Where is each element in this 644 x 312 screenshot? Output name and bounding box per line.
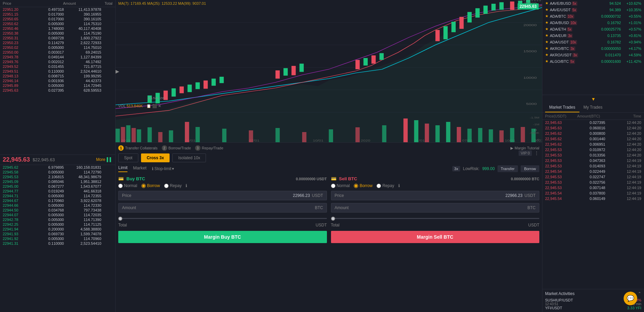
cross-tab[interactable]: Cross 3x [141,153,170,162]
ob-col-amount: Amount [39,1,76,5]
market-list-item[interactable]: ★AKRO/USDT3x0.011470+4.59% [542,52,644,58]
buy-info-icon[interactable]: ℹ [186,183,187,188]
sell-order-row[interactable]: 22945.890.005000114.72945 [0,83,115,88]
more-button[interactable]: More [96,157,105,162]
borrow-button[interactable]: Borrow [521,165,539,172]
ob-sell-total: 1,127.84399 [64,55,101,59]
buy-repay-radio[interactable]: Repay [164,183,182,188]
market-list-item[interactable]: ★ADA/BUSD10x0.16792+1.01% [542,19,644,26]
sell-price-input[interactable] [352,193,523,198]
limit-tab[interactable]: Limit [118,165,127,172]
sell-order-row[interactable]: 22946.140.00193644.42373 [0,78,115,83]
star-icon: ★ [545,33,549,38]
ob-sell-total: 114.72945 [64,84,101,88]
buy-price-input[interactable] [139,193,310,198]
sell-order-row[interactable]: 22950.380.005000114.75190 [0,31,115,36]
sell-order-row[interactable]: 22949.780.0491441,127.84399 [0,55,115,59]
ob-buy-price: 22944.77 [3,189,33,193]
chart-collapse-arrow[interactable]: ▶ [116,69,119,74]
sell-order-row[interactable]: 22950.230.1142792,622.72933 [0,40,115,45]
market-scroll-down-arrow[interactable]: ▾ [542,95,644,103]
buy-order-row[interactable]: 22941.930.0697301,599.74078 [0,232,115,236]
step-2-num: 2 [162,145,167,151]
market-tab[interactable]: Market [133,165,146,172]
buy-order-row[interactable]: 22945.626.979895160,158.01831 [0,165,115,170]
isolated-tab[interactable]: Isolated 10x [172,153,206,162]
trade-amount: 0.022449 [576,169,619,173]
step-1-link[interactable]: Transfer Collaterals [125,146,158,150]
buy-order-row[interactable]: 22944.670.1709603,922.62078 [0,198,115,203]
buy-order-row[interactable]: 22941.310.1100002,523.54410 [0,241,115,246]
step-2-link[interactable]: Borrow/Trade [169,146,191,150]
sell-repay-radio[interactable]: Repay [377,183,394,188]
buy-order-row[interactable]: 22944.500.034768797.73438 [0,208,115,213]
sell-amount-field: Amount BTC [331,203,540,213]
sell-order-row[interactable]: 22951.200.49731811,413.97878 [0,7,115,12]
sell-amount-input[interactable] [352,205,526,210]
step-3-link[interactable]: Repay/Trade [202,146,223,150]
sell-info-icon[interactable]: ℹ [398,183,400,188]
buy-borrow-radio[interactable]: Borrow [141,183,160,188]
sell-order-row[interactable]: 22950.000.00301769.24015 [0,50,115,55]
trade-time: 12:44:19 [619,159,641,163]
svg-text:-500K: -500K [529,132,540,134]
sell-order-row[interactable]: 22950.620.005000114.75310 [0,21,115,26]
transfer-button[interactable]: Transfer [498,165,518,172]
buy-order-row[interactable]: 22944.660.005000114.72330 [0,203,115,208]
buy-order-row[interactable]: 22944.770.019249441.66318 [0,189,115,194]
chat-button[interactable]: 💬 [624,292,637,305]
sell-order-row[interactable]: 22951.150.017000390.16955 [0,12,115,17]
sell-normal-radio[interactable]: Normal [331,183,350,188]
sell-order-row[interactable]: 22950.461.74800040,117.40408 [0,26,115,31]
sell-order-row[interactable]: 22948.130.008715199.99295 [0,74,115,78]
buy-normal-radio[interactable]: Normal [118,183,137,188]
buy-normal-label: Normal [124,183,137,188]
buy-slider[interactable] [118,218,327,219]
sell-order-row[interactable]: 22945.630.027395628.59553 [0,88,115,93]
buy-amount-input[interactable] [139,205,313,210]
my-trades-tab[interactable]: My Trades [579,103,607,112]
more-options-icon[interactable]: ⋮ [535,151,539,155]
buy-order-row[interactable]: 22945.580.005000114.72790 [0,170,115,175]
market-list-item[interactable]: ★AAVE/BUSD5x94.524+10.62% [542,0,644,6]
margin-tutorial-link[interactable]: ▶ Margin Tutorial [510,146,539,150]
buy-order-row[interactable]: 22941.940.2000004,588.38800 [0,227,115,232]
buy-order-row[interactable]: 22942.250.005000114.71125 [0,222,115,227]
margin-buy-button[interactable]: Margin Buy BTC [118,231,327,243]
buy-order-row[interactable]: 22942.780.005000114.71390 [0,217,115,222]
sell-order-row[interactable]: 22949.760.00201246.17492 [0,59,115,64]
market-trades-tab[interactable]: Market Trades [545,103,579,112]
market-list-item[interactable]: ★ALGO/BTC5x0.00001600+11.42% [542,58,644,65]
buy-order-row[interactable]: 22941.920.005000114.70960 [0,236,115,241]
stop-limit-btn[interactable]: ℹ Stop-limit ▾ [152,166,174,171]
buy-order-row[interactable]: 22944.070.005000114.72035 [0,213,115,217]
market-list-item[interactable]: ★ADA/USDT10x0.16782+0.94% [542,39,644,45]
sell-borrow-radio[interactable]: Borrow [354,183,372,188]
sell-order-row[interactable]: 22950.020.005000114.75010 [0,45,115,50]
buy-order-row[interactable]: 22945.000.0672771,543.67077 [0,184,115,189]
market-change-value: +10.62% [621,1,641,5]
market-list-item[interactable]: ★AKRO/BTC3x0.00000050+4.17% [542,45,644,52]
buy-order-row[interactable]: 22945.532.10681548,341.98679 [0,175,115,179]
market-list-item[interactable]: ★ADA/ETH5x0.00025776+0.57% [542,26,644,32]
sell-order-row[interactable]: 22950.650.017000390.16105 [0,17,115,21]
market-activities-toggle[interactable]: ⌃ [638,291,641,296]
market-list-item[interactable]: ★ADA/EUR3x0.13735+0.81% [542,32,644,39]
ob-sell-total: 2,524.44610 [64,69,101,73]
buy-order-row[interactable]: 22944.710.005000114.72355 [0,194,115,198]
mid-price: 22,945.63 [3,156,30,163]
sell-slider[interactable] [331,218,540,219]
star-icon: ★ [545,27,549,31]
vol-value: 513.846K [127,104,143,108]
buy-order-row[interactable]: 22945.090.0850461,951.38812 [0,179,115,184]
sell-order-row[interactable]: 22949.520.031455721.87715 [0,64,115,69]
sell-order-row[interactable]: 22949.510.1100002,524.44610 [0,69,115,74]
market-list-item[interactable]: ★ADA/BTC10x0.00000732+0.55% [542,13,644,19]
sell-order-row[interactable]: 22950.310.0697281,600.27922 [0,36,115,40]
margin-sell-button[interactable]: Margin Sell BTC [331,231,540,243]
market-list-item[interactable]: ★AAVE/USDT5x94.389+10.35% [542,6,644,13]
spot-tab[interactable]: Spot [118,153,138,162]
ob-buy-amount: 0.069730 [33,232,64,236]
ob-buy-amount: 0.005000 [33,218,64,222]
ob-buy-amount: 0.005000 [33,203,64,207]
